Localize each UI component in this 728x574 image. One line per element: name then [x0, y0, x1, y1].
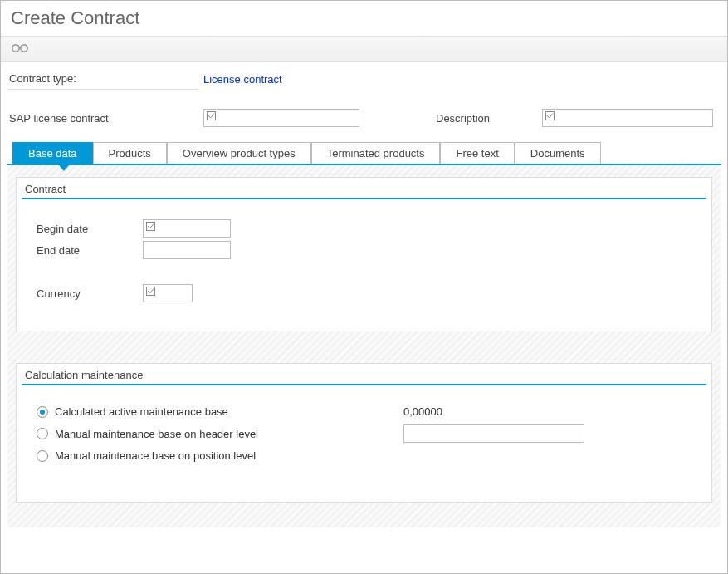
tab-free-text[interactable]: Free text	[440, 142, 514, 164]
window: Create Contract Contract type: License c…	[0, 0, 728, 574]
svg-rect-2	[208, 112, 216, 120]
radio-calculated[interactable]	[37, 406, 48, 418]
radio-manual-header[interactable]	[37, 428, 48, 439]
description-input[interactable]	[542, 109, 713, 127]
radio-manual-position-label: Manual maintenace base on position level	[55, 449, 403, 462]
svg-rect-4	[147, 223, 155, 231]
calc-option-manual-header: Manual maintenance base on header level	[37, 424, 691, 443]
f4-help-icon	[545, 111, 555, 120]
content-area: Contract type: License contract SAP lice…	[1, 62, 727, 573]
group-contract-title: Contract	[22, 178, 706, 199]
toolbar	[1, 37, 727, 62]
currency-row: Currency	[37, 284, 691, 302]
description-label: Description	[434, 112, 542, 125]
svg-point-0	[12, 45, 19, 52]
contract-type-label: Contract type:	[7, 71, 198, 90]
tabs: Base data Products Overview product type…	[7, 142, 721, 165]
calc-option-calculated: Calculated active maintenance base 0,000…	[37, 405, 691, 418]
tab-base-data[interactable]: Base data	[12, 142, 93, 164]
svg-point-1	[21, 45, 27, 52]
radio-manual-position[interactable]	[37, 450, 48, 462]
f4-help-icon	[207, 111, 216, 120]
begin-date-label: Begin date	[37, 223, 143, 235]
currency-label: Currency	[37, 287, 143, 300]
group-calc-title: Calculation maintenance	[22, 364, 706, 385]
group-contract: Contract Begin date	[16, 177, 712, 331]
group-calculation-maintenance: Calculation maintenance Calculated activ…	[16, 363, 712, 503]
end-date-label: End date	[37, 244, 143, 257]
svg-rect-3	[546, 112, 555, 120]
tab-products[interactable]: Products	[93, 142, 167, 164]
calculated-value: 0,00000	[403, 405, 442, 418]
tab-documents[interactable]: Documents	[515, 142, 601, 164]
f4-help-icon	[146, 222, 155, 231]
manual-header-input[interactable]	[403, 424, 584, 443]
page-title: Create Contract	[1, 1, 727, 37]
begin-date-row: Begin date	[37, 219, 691, 238]
radio-calculated-label: Calculated active maintenance base	[55, 405, 403, 418]
end-date-input[interactable]	[143, 241, 231, 259]
tab-terminated-products[interactable]: Terminated products	[311, 142, 441, 164]
currency-input[interactable]	[143, 284, 193, 302]
tabstrip: Base data Products Overview product type…	[7, 142, 721, 527]
calc-option-manual-position: Manual maintenace base on position level	[37, 449, 691, 462]
svg-rect-5	[147, 287, 155, 296]
tab-panel-base-data: Contract Begin date	[7, 165, 721, 527]
sap-license-label: SAP license contract	[7, 112, 203, 125]
glasses-icon[interactable]	[11, 42, 29, 56]
end-date-row: End date	[37, 241, 691, 259]
sap-license-input[interactable]	[203, 109, 359, 127]
radio-manual-header-label: Manual maintenance base on header level	[55, 428, 403, 440]
begin-date-input[interactable]	[143, 219, 231, 238]
contract-type-row: Contract type: License contract	[7, 71, 721, 91]
tab-overview-product-types[interactable]: Overview product types	[167, 142, 311, 164]
contract-name-row: SAP license contract Description	[7, 109, 721, 127]
contract-type-link[interactable]: License contract	[198, 73, 282, 89]
f4-help-icon	[146, 287, 155, 296]
